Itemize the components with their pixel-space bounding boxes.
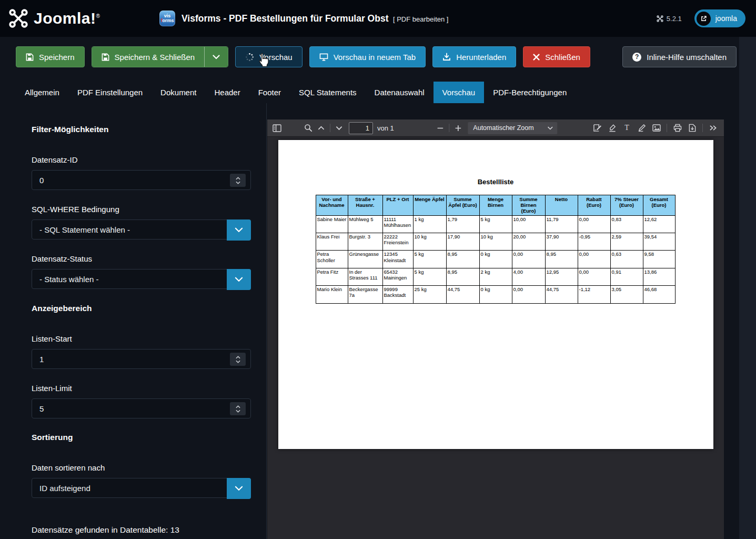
record-id-input[interactable]: [32, 171, 250, 189]
sql-where-label: SQL-WHERE Bedingung: [32, 205, 250, 214]
chevron-down-icon: [213, 55, 220, 59]
table-cell: 65432 Mainingen: [382, 268, 413, 285]
page-number-input[interactable]: [349, 122, 373, 134]
zoom-out-icon[interactable]: [434, 122, 447, 134]
app-header: Joomla!® vis forms Visforms - PDF Bestel…: [0, 0, 756, 37]
save-close-button[interactable]: Speichern & Schließen: [92, 47, 205, 67]
download-button[interactable]: Herunterladen: [432, 46, 516, 67]
list-start-input[interactable]: [32, 350, 250, 368]
pdf-edit-tools: T: [591, 122, 721, 134]
visforms-pdf-admin-page: { "header": { "logo_text": "Joomla!", "l…: [0, 0, 756, 539]
signature-icon[interactable]: [591, 122, 604, 134]
previous-page-button[interactable]: [315, 122, 328, 134]
close-x-icon: [533, 54, 540, 61]
tab-header[interactable]: Header: [205, 82, 249, 103]
list-start-stepper[interactable]: [230, 353, 246, 366]
record-status-select-button[interactable]: [227, 269, 251, 290]
table-cell: 46,68: [643, 286, 675, 303]
table-cell: 12,62: [643, 215, 675, 233]
table-row: Sabine MaierMühlweg 511111 Mühlhausen1 k…: [316, 215, 675, 233]
zoom-in-icon[interactable]: [451, 122, 465, 134]
save-icon: [102, 53, 109, 61]
save-pdf-icon[interactable]: [686, 122, 699, 134]
tab-pdf-einstellungen[interactable]: PDF Einstellungen: [68, 82, 152, 103]
record-id-field: [32, 170, 251, 190]
record-status-select[interactable]: - Status wählen -: [32, 269, 251, 289]
joomla-logo: Joomla!®: [8, 8, 100, 28]
table-cell: 0 kg: [479, 251, 512, 268]
record-id-label: Datensatz-ID: [32, 155, 250, 164]
pdf-table-body: Sabine MaierMühlweg 511111 Mühlhausen1 k…: [316, 215, 675, 303]
sql-where-select-button[interactable]: [227, 219, 251, 241]
sort-by-select[interactable]: ID aufsteigend: [32, 478, 251, 498]
table-cell: 9,58: [643, 251, 675, 268]
tab-sql-statements[interactable]: SQL Statements: [290, 82, 366, 103]
inline-help-toggle-button[interactable]: ? Inline-Hilfe umschalten: [622, 46, 737, 67]
table-cell: 5 kg: [479, 215, 512, 233]
list-limit-field: [32, 398, 251, 418]
table-header-cell: Gesamt (Euro): [643, 195, 675, 216]
tab-dokument[interactable]: Dokument: [152, 82, 205, 103]
question-icon: ?: [632, 53, 641, 62]
table-header-row: Vor- und NachnameStraße + Hausnr.PLZ + O…: [316, 195, 675, 216]
table-cell: 2 kg: [479, 268, 512, 285]
image-icon[interactable]: [650, 122, 663, 134]
page-scrollbar[interactable]: [739, 37, 756, 539]
download-icon: [442, 53, 451, 61]
tab-vorschau[interactable]: Vorschau: [434, 82, 485, 103]
save-options-dropdown-toggle[interactable]: [204, 47, 228, 67]
table-cell: 44,75: [545, 286, 578, 303]
pdf-document-title: Bestellliste: [278, 178, 713, 186]
spinner-icon: [245, 53, 254, 62]
user-menu-button[interactable]: joomla: [694, 9, 745, 27]
save-button[interactable]: Speichern: [16, 46, 85, 67]
monitor-icon: [319, 53, 328, 61]
print-icon[interactable]: [671, 122, 684, 134]
table-cell: Grünesgasse: [348, 251, 382, 268]
table-cell: 10 kg: [413, 233, 446, 251]
next-page-button[interactable]: [332, 122, 346, 134]
tab-datenauswahl[interactable]: Datenauswahl: [366, 82, 434, 103]
pdf-viewer-toolbar: von 1 Automatischer Zoom: [267, 119, 724, 136]
close-button[interactable]: Schließen: [523, 46, 590, 67]
freetext-icon[interactable]: T: [620, 122, 633, 134]
double-chevron-icon[interactable]: [707, 122, 720, 134]
tab-footer[interactable]: Footer: [249, 82, 290, 103]
table-cell: 25 kg: [413, 286, 446, 303]
display-section-heading: Anzeigebereich: [32, 304, 250, 313]
table-cell: 10,00: [512, 215, 545, 233]
table-cell: Sabine Maier: [316, 215, 348, 233]
table-cell: 5 kg: [413, 268, 446, 285]
table-cell: 2,59: [610, 233, 643, 251]
tab-pdf-berechtigungen[interactable]: PDF-Berechtigungen: [484, 82, 576, 103]
sort-by-select-button[interactable]: [227, 478, 251, 499]
search-icon[interactable]: [301, 122, 315, 134]
table-cell: 44,75: [446, 286, 479, 303]
list-limit-stepper[interactable]: [230, 402, 246, 415]
table-cell: 5 kg: [413, 251, 446, 268]
sort-by-selected-value: ID aufsteigend: [39, 484, 90, 493]
table-cell: -0,95: [578, 233, 610, 251]
table-header-cell: Menge Äpfel: [413, 195, 446, 216]
table-cell: Mario Klein: [316, 286, 348, 303]
zoom-level-select[interactable]: Automatischer Zoom: [468, 122, 557, 134]
table-cell: Mühlweg 5: [348, 215, 382, 233]
table-cell: 12,95: [545, 268, 578, 285]
highlighter-icon[interactable]: [606, 122, 619, 134]
list-limit-input[interactable]: [32, 399, 250, 418]
tab-allgemein[interactable]: Allgemein: [16, 82, 68, 103]
ink-pen-icon[interactable]: [635, 122, 648, 134]
record-id-stepper[interactable]: [230, 174, 246, 187]
action-toolbar: Speichern Speichern & Schließen: [0, 37, 756, 77]
preview-button[interactable]: Vorschau: [235, 46, 303, 67]
page-title: Visforms - PDF Bestellungen für Formular…: [182, 13, 389, 24]
preview-new-tab-button[interactable]: Vorschau in neuem Tab: [309, 46, 426, 67]
sort-section-heading: Sortierung: [32, 433, 250, 442]
tab-bar: AllgemeinPDF EinstellungenDokumentHeader…: [16, 82, 576, 103]
sidebar-toggle-icon[interactable]: [270, 122, 284, 134]
table-cell: 0,63: [610, 251, 643, 268]
save-icon: [26, 53, 34, 61]
version-text: 5.2.1: [667, 15, 682, 23]
sql-where-select[interactable]: - SQL Statement wählen -: [32, 219, 251, 239]
table-cell: 8,95: [446, 268, 479, 285]
